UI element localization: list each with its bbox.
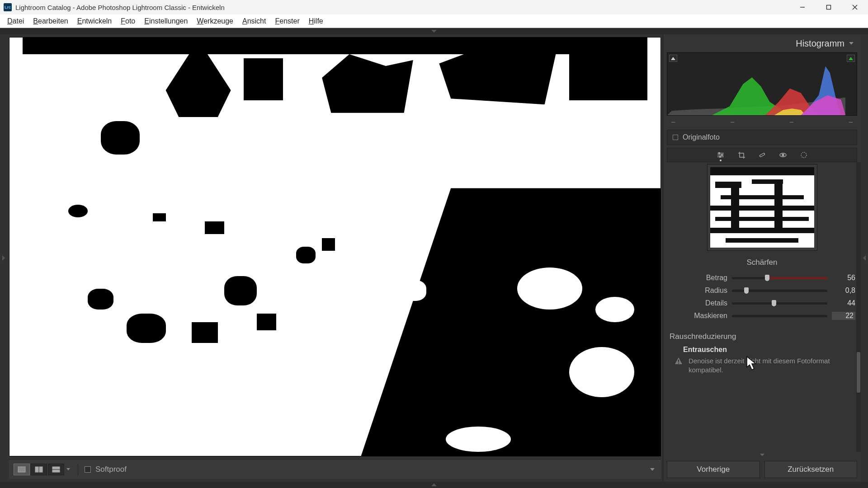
svg-rect-19 bbox=[678, 360, 679, 362]
before-after-tb-button[interactable] bbox=[48, 464, 64, 475]
highlight-clipping-indicator[interactable] bbox=[847, 55, 855, 62]
edit-sliders-tool[interactable] bbox=[716, 150, 725, 160]
viewer-toolbar: Softproof bbox=[9, 459, 661, 479]
loupe-view-button[interactable] bbox=[14, 464, 30, 475]
noise-reduction-title: Rauschreduzierung bbox=[670, 332, 857, 341]
svg-rect-8 bbox=[52, 470, 60, 472]
menu-bearbeiten[interactable]: Bearbeiten bbox=[28, 15, 72, 27]
sharpen-amount-row: Betrag 56 bbox=[667, 272, 857, 284]
radius-slider[interactable] bbox=[732, 290, 827, 292]
healing-tool[interactable] bbox=[758, 150, 767, 160]
histogram-panel-header[interactable]: Histogramm bbox=[663, 34, 861, 52]
right-panel: Histogramm – – – – bbox=[663, 34, 861, 482]
close-button[interactable] bbox=[842, 0, 868, 14]
softproof-label: Softproof bbox=[95, 465, 127, 474]
softproof-checkbox[interactable] bbox=[85, 466, 91, 473]
menu-einstellungen[interactable]: Einstellungen bbox=[140, 15, 192, 27]
svg-rect-6 bbox=[39, 467, 42, 472]
panel-scrollbar[interactable] bbox=[856, 162, 861, 452]
menu-werkzeuge[interactable]: Werkzeuge bbox=[192, 15, 238, 27]
right-panel-collapse[interactable] bbox=[861, 34, 868, 482]
sharpen-details-row: Details 44 bbox=[667, 297, 857, 310]
menu-datei[interactable]: Datei bbox=[3, 15, 28, 27]
sharpen-section-title: Schärfen bbox=[667, 258, 857, 267]
svg-rect-7 bbox=[52, 467, 60, 469]
amount-slider[interactable] bbox=[732, 277, 827, 279]
svg-rect-4 bbox=[18, 467, 25, 472]
panel-expand-handle[interactable] bbox=[663, 452, 861, 457]
svg-rect-20 bbox=[678, 363, 679, 364]
previous-button[interactable]: Vorherige bbox=[667, 461, 760, 478]
minimize-button[interactable] bbox=[789, 0, 816, 14]
reset-button[interactable]: Zurücksetzen bbox=[764, 461, 858, 478]
warning-icon bbox=[674, 357, 683, 366]
details-label: Details bbox=[669, 299, 727, 307]
histogram-label: Histogramm bbox=[796, 38, 844, 49]
denoise-label: Entrauschen bbox=[683, 346, 857, 354]
svg-point-18 bbox=[801, 152, 807, 158]
square-icon bbox=[673, 135, 678, 140]
menu-ansicht[interactable]: Ansicht bbox=[238, 15, 270, 27]
toolbar-options-menu[interactable] bbox=[648, 465, 656, 474]
masking-tool[interactable] bbox=[799, 150, 808, 160]
denoise-warning-text: Denoise ist derzeit nicht mit diesem Fot… bbox=[689, 357, 853, 375]
image-viewer: Softproof bbox=[7, 34, 663, 482]
menu-entwickeln[interactable]: Entwickeln bbox=[73, 15, 116, 27]
originalfoto-label: Originalfoto bbox=[683, 133, 720, 141]
svg-rect-5 bbox=[35, 467, 38, 472]
filmstrip-collapse[interactable] bbox=[0, 482, 868, 488]
redeye-tool[interactable] bbox=[778, 150, 788, 160]
detail-thumbnail[interactable] bbox=[707, 164, 817, 251]
svg-point-12 bbox=[718, 152, 720, 154]
originalfoto-toggle[interactable]: Originalfoto bbox=[667, 130, 857, 145]
window-title: Lightroom Catalog - Adobe Photoshop Ligh… bbox=[15, 4, 789, 11]
sharpen-radius-row: Radius 0,8 bbox=[667, 284, 857, 297]
masking-value[interactable]: 22 bbox=[832, 312, 855, 320]
masking-slider[interactable] bbox=[732, 315, 827, 317]
menu-bar: Datei Bearbeiten Entwickeln Foto Einstel… bbox=[0, 14, 868, 28]
sharpen-masking-row: Maskieren 22 bbox=[667, 310, 857, 322]
menu-hilfe[interactable]: Hilfe bbox=[304, 15, 328, 27]
amount-label: Betrag bbox=[669, 274, 727, 282]
amount-value[interactable]: 56 bbox=[832, 274, 855, 282]
histogram[interactable] bbox=[667, 52, 857, 116]
svg-point-14 bbox=[719, 156, 721, 157]
svg-rect-1 bbox=[827, 5, 831, 9]
left-panel-collapse[interactable] bbox=[0, 34, 7, 482]
toolbar-divider bbox=[78, 464, 78, 475]
window-titlebar: Lrc Lightroom Catalog - Adobe Photoshop … bbox=[0, 0, 868, 14]
radius-label: Radius bbox=[669, 286, 727, 295]
svg-point-13 bbox=[721, 154, 722, 155]
app-icon: Lrc bbox=[4, 3, 12, 11]
histogram-readout: – – – – bbox=[663, 116, 861, 128]
menu-foto[interactable]: Foto bbox=[116, 15, 140, 27]
menu-fenster[interactable]: Fenster bbox=[270, 15, 304, 27]
edit-toolstrip bbox=[667, 148, 857, 162]
view-mode-dropdown[interactable] bbox=[65, 464, 71, 475]
details-slider[interactable] bbox=[732, 302, 827, 305]
masking-label: Maskieren bbox=[669, 312, 727, 320]
svg-rect-15 bbox=[759, 153, 764, 157]
radius-value[interactable]: 0,8 bbox=[832, 286, 855, 295]
svg-point-17 bbox=[782, 154, 784, 156]
maximize-button[interactable] bbox=[816, 0, 842, 14]
before-after-lr-button[interactable] bbox=[31, 464, 47, 475]
denoise-warning: Denoise ist derzeit nicht mit diesem Fot… bbox=[667, 357, 857, 375]
details-value[interactable]: 44 bbox=[832, 299, 855, 307]
preview-image[interactable] bbox=[9, 37, 661, 456]
crop-tool[interactable] bbox=[737, 150, 746, 160]
chevron-down-icon bbox=[849, 42, 854, 45]
top-panel-collapse[interactable] bbox=[0, 28, 868, 34]
